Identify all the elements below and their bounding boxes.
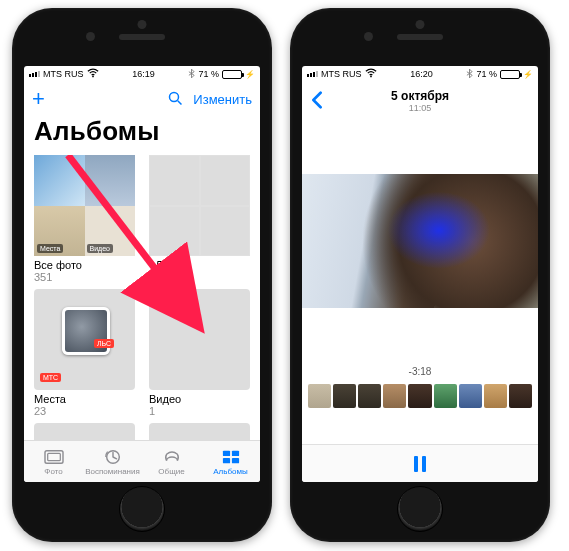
svg-rect-10	[231, 457, 238, 462]
wifi-icon	[87, 68, 99, 80]
tab-albums[interactable]: Альбомы	[201, 441, 260, 482]
pause-button[interactable]	[414, 456, 426, 472]
edit-button[interactable]: Изменить	[193, 92, 252, 107]
wifi-icon	[365, 68, 377, 80]
scrubber-thumb	[333, 384, 356, 408]
album-extra-1[interactable]	[34, 423, 135, 440]
scrubber-thumb	[383, 384, 406, 408]
tab-shared[interactable]: Общие	[142, 441, 201, 482]
album-count: 351	[34, 271, 135, 283]
battery-icon	[500, 70, 520, 79]
album-count: 1	[149, 405, 250, 417]
carrier-label: MTS RUS	[43, 69, 84, 79]
thumb-tag: Видео	[87, 244, 113, 253]
front-camera	[364, 32, 373, 41]
video-area: -3:18	[302, 120, 538, 444]
status-bar: MTS RUS 16:19 71 % ⚡	[24, 66, 260, 82]
album-name: Места	[34, 393, 135, 405]
album-name: Все фото	[34, 259, 135, 271]
charging-icon: ⚡	[245, 70, 255, 79]
phone-frame-right: MTS RUS 16:20 71 % ⚡	[290, 8, 550, 542]
charging-icon: ⚡	[523, 70, 533, 79]
tab-label: Фото	[44, 467, 62, 476]
front-camera	[86, 32, 95, 41]
sensor-dot	[416, 20, 425, 29]
video-still	[302, 174, 538, 308]
status-bar: MTS RUS 16:20 71 % ⚡	[302, 66, 538, 82]
video-frame[interactable]	[302, 174, 538, 308]
svg-rect-5	[47, 453, 60, 460]
earpiece-speaker	[119, 34, 165, 40]
carrier-label: MTS RUS	[321, 69, 362, 79]
phone-frame-left: MTS RUS 16:19 71 % ⚡ +	[12, 8, 272, 542]
sensor-dot	[138, 20, 147, 29]
album-people[interactable]: ..Люди	[149, 155, 250, 283]
scrubber-thumb	[308, 384, 331, 408]
nav-bar: 5 октября 11:05	[302, 82, 538, 120]
nav-title: 5 октября	[324, 89, 516, 103]
album-thumb: Места Видео	[34, 155, 135, 256]
tab-label: Воспоминания	[85, 467, 140, 476]
svg-point-1	[170, 92, 179, 101]
album-thumb	[149, 155, 250, 256]
album-videos[interactable]: Видео 1	[149, 289, 250, 417]
nav-subtitle: 11:05	[324, 103, 516, 113]
time-remaining-label: -3:18	[302, 366, 538, 377]
svg-line-2	[178, 100, 182, 104]
search-icon[interactable]	[168, 91, 183, 108]
page-title: Альбомы	[24, 116, 260, 155]
playback-toolbar	[302, 444, 538, 482]
battery-percent: 71 %	[476, 69, 497, 79]
screen-albums: MTS RUS 16:19 71 % ⚡ +	[24, 66, 260, 482]
albums-grid: Места Видео Все фото 351 ..Люди	[34, 155, 250, 440]
scrubber-thumb	[459, 384, 482, 408]
scrubber-thumb	[509, 384, 532, 408]
signal-icon	[29, 71, 40, 77]
signal-icon	[307, 71, 318, 77]
thumb-tag: Места	[37, 244, 63, 253]
home-button[interactable]	[119, 486, 165, 532]
map-badge: ЛЬС	[94, 339, 114, 348]
back-button[interactable]	[310, 91, 324, 111]
screen-video-playback: MTS RUS 16:20 71 % ⚡	[302, 66, 538, 482]
bluetooth-icon	[188, 68, 195, 81]
add-album-button[interactable]: +	[32, 88, 45, 110]
scrubber-thumb	[484, 384, 507, 408]
video-scrubber[interactable]	[302, 381, 538, 411]
battery-percent: 71 %	[198, 69, 219, 79]
clock-label: 16:20	[410, 69, 433, 79]
album-thumb: МТС ЛЬС	[34, 289, 135, 390]
scrubber-thumb	[358, 384, 381, 408]
map-badge: МТС	[40, 373, 61, 382]
album-name: ..Люди	[149, 259, 250, 271]
album-all-photos[interactable]: Места Видео Все фото 351	[34, 155, 135, 283]
album-thumb	[149, 423, 250, 440]
nav-bar: + Изменить	[24, 82, 260, 116]
scrubber-thumb	[434, 384, 457, 408]
clock-label: 16:19	[132, 69, 155, 79]
svg-rect-9	[222, 457, 229, 462]
bluetooth-icon	[466, 68, 473, 81]
battery-icon	[222, 70, 242, 79]
svg-rect-7	[222, 450, 229, 455]
svg-point-0	[92, 76, 94, 78]
tab-memories[interactable]: Воспоминания	[83, 441, 142, 482]
svg-point-11	[370, 76, 372, 78]
tab-label: Общие	[158, 467, 184, 476]
album-extra-2[interactable]	[149, 423, 250, 440]
home-button[interactable]	[397, 486, 443, 532]
scrubber-thumb	[408, 384, 431, 408]
svg-rect-8	[231, 450, 238, 455]
tab-photos[interactable]: Фото	[24, 441, 83, 482]
album-thumb	[149, 289, 250, 390]
album-count: 23	[34, 405, 135, 417]
tab-label: Альбомы	[213, 467, 247, 476]
earpiece-speaker	[397, 34, 443, 40]
album-places[interactable]: МТС ЛЬС Места 23	[34, 289, 135, 417]
album-thumb	[34, 423, 135, 440]
album-name: Видео	[149, 393, 250, 405]
tab-bar: Фото Воспоминания Общие Альбомы	[24, 440, 260, 482]
